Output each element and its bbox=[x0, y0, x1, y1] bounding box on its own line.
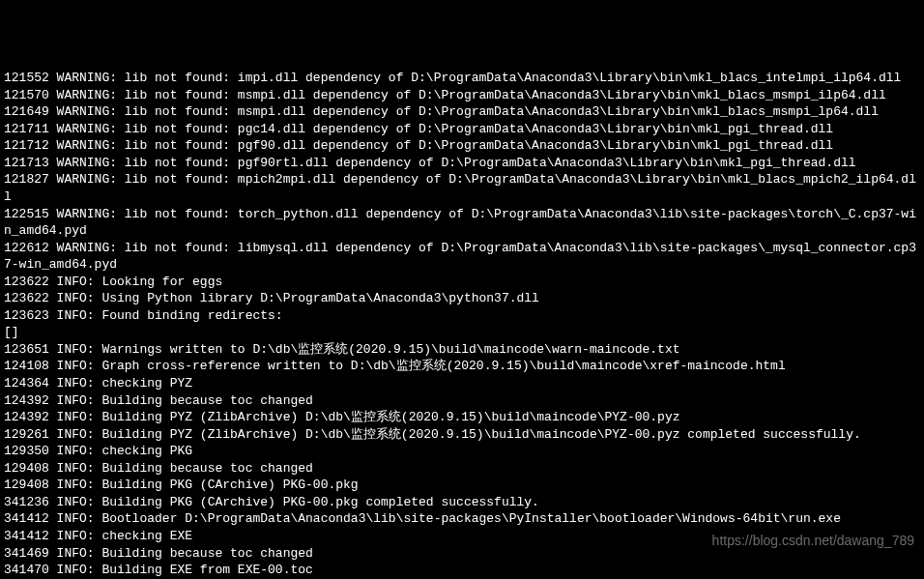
log-line: 124392 INFO: Building PYZ (ZlibArchive) … bbox=[4, 409, 920, 426]
log-line: 121713 WARNING: lib not found: pgf90rtl.… bbox=[4, 155, 920, 172]
log-line: 121711 WARNING: lib not found: pgc14.dll… bbox=[4, 121, 920, 138]
log-line: 341236 INFO: Building PKG (CArchive) PKG… bbox=[4, 494, 920, 511]
log-line: 122515 WARNING: lib not found: torch_pyt… bbox=[4, 206, 920, 240]
log-line: 129261 INFO: Building PYZ (ZlibArchive) … bbox=[4, 426, 920, 444]
log-line: 121570 WARNING: lib not found: msmpi.dll… bbox=[4, 87, 920, 104]
log-line: [] bbox=[4, 324, 920, 341]
log-line: 121552 WARNING: lib not found: impi.dll … bbox=[4, 70, 920, 87]
log-line: 124392 INFO: Building because toc change… bbox=[4, 392, 920, 410]
log-line: 129408 INFO: Building because toc change… bbox=[4, 460, 920, 478]
log-line: 122612 WARNING: lib not found: libmysql.… bbox=[4, 240, 920, 274]
log-line: 121827 WARNING: lib not found: mpich2mpi… bbox=[4, 171, 920, 205]
log-line: 341470 INFO: Building EXE from EXE-00.to… bbox=[4, 562, 920, 579]
log-line: 124364 INFO: checking PYZ bbox=[4, 375, 920, 392]
log-line: 124108 INFO: Graph cross-reference writt… bbox=[4, 358, 920, 375]
log-line: 123622 INFO: Using Python library D:\Pro… bbox=[4, 290, 920, 307]
log-line: 121712 WARNING: lib not found: pgf90.dll… bbox=[4, 137, 920, 155]
terminal-output: 121552 WARNING: lib not found: impi.dll … bbox=[4, 70, 920, 579]
watermark-text: https://blog.csdn.net/dawang_789 bbox=[712, 532, 914, 550]
log-line: 123651 INFO: Warnings written to D:\db\监… bbox=[4, 341, 920, 359]
log-line: 123623 INFO: Found binding redirects: bbox=[4, 307, 920, 325]
log-line: 341412 INFO: Bootloader D:\ProgramData\A… bbox=[4, 510, 920, 528]
log-line: 129408 INFO: Building PKG (CArchive) PKG… bbox=[4, 477, 920, 494]
log-line: 123622 INFO: Looking for eggs bbox=[4, 274, 920, 291]
log-line: 129350 INFO: checking PKG bbox=[4, 443, 920, 460]
log-line: 121649 WARNING: lib not found: msmpi.dll… bbox=[4, 103, 920, 121]
